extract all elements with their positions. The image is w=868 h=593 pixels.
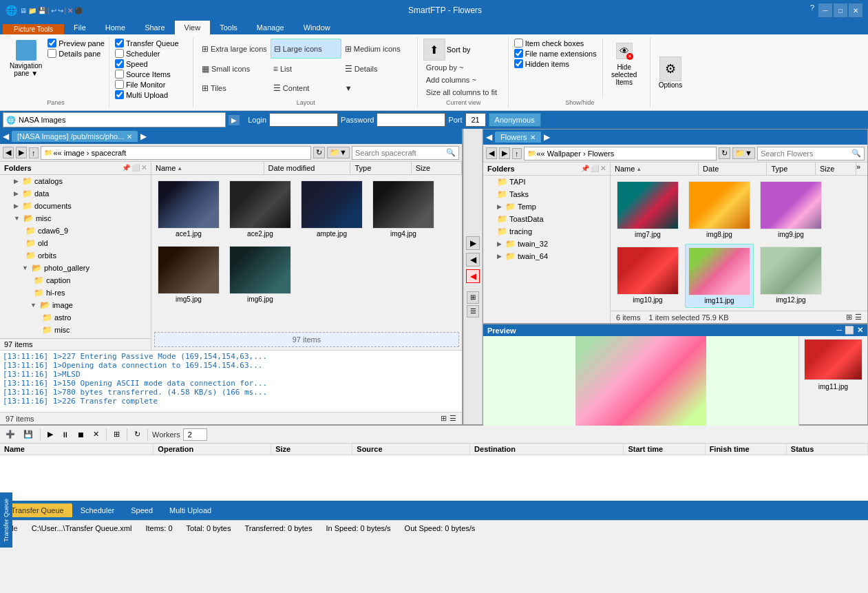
large-icons-btn[interactable]: ⊟ Large icons xyxy=(271,39,341,59)
folder-data[interactable]: ▶📁data xyxy=(0,187,151,200)
multi-upload-checkbox[interactable]: Multi Upload xyxy=(115,90,189,99)
tq-col-start[interactable]: Start time xyxy=(624,444,705,455)
folder-orbits[interactable]: 📁orbits xyxy=(0,249,151,262)
scheduler-checkbox[interactable]: Scheduler xyxy=(115,49,189,58)
file-img9[interactable]: img9.jpg xyxy=(756,178,825,241)
rfolder-twain32[interactable]: ▶📁twain_32 xyxy=(483,238,610,250)
tab-home[interactable]: Home xyxy=(96,21,135,34)
folder-documents[interactable]: ▶📁documents xyxy=(0,200,151,212)
side-btn2[interactable]: ☰ xyxy=(467,305,479,318)
rfolder-tasks[interactable]: 📁Tasks xyxy=(483,188,610,200)
list-btn[interactable]: ≡ List xyxy=(271,59,341,78)
details-pane-checkbox[interactable]: Details pane xyxy=(47,49,105,58)
left-search-box[interactable]: 🔍 xyxy=(352,146,459,160)
file-name-extensions-checkbox[interactable]: File name extensions xyxy=(514,49,597,58)
right-view-icon1[interactable]: ⊞ xyxy=(846,313,852,322)
file-img4[interactable]: img4.jpg xyxy=(369,178,438,240)
file-monitor-checkbox[interactable]: File Monitor xyxy=(115,80,189,89)
right-next-tab-btn[interactable]: ▶ xyxy=(544,132,550,142)
folder-image[interactable]: ▼📂image xyxy=(0,299,151,311)
sort-by-btn[interactable]: Sort by xyxy=(447,45,471,54)
layout-dropdown-btn[interactable]: ▼ xyxy=(342,79,413,98)
folders-pin-icon[interactable]: 📌 xyxy=(122,164,130,172)
left-refresh-btn[interactable]: ↻ xyxy=(313,147,325,158)
left-tab-close[interactable]: ✕ xyxy=(127,133,132,141)
right-folders-pin[interactable]: 📌 xyxy=(581,165,589,173)
left-col-size[interactable]: Size xyxy=(412,162,462,174)
login-input[interactable] xyxy=(269,113,338,127)
tq-stop-btn[interactable]: ⏹ xyxy=(74,430,87,439)
right-col-date[interactable]: Date xyxy=(699,163,767,175)
left-view-icon1[interactable]: ⊞ xyxy=(441,414,447,423)
toolbar-icon2[interactable]: 📁 xyxy=(28,7,36,14)
tq-play-btn[interactable]: ▶ xyxy=(45,429,56,439)
tq-delete-btn[interactable]: ✕ xyxy=(90,429,102,439)
right-refresh-btn[interactable]: ↻ xyxy=(719,147,730,159)
address-field[interactable] xyxy=(19,116,222,124)
tq-add-btn[interactable]: ➕ xyxy=(3,429,18,439)
left-col-type[interactable]: Type xyxy=(350,162,411,174)
preview-minimize-icon[interactable]: ─ xyxy=(836,326,842,335)
group-by-btn[interactable]: Group by ~ xyxy=(423,62,504,73)
bottom-tab-speed[interactable]: Speed xyxy=(123,503,161,517)
left-col-name[interactable]: Name ▲ xyxy=(151,162,264,174)
right-col-size[interactable]: Size xyxy=(816,163,856,175)
file-img11[interactable]: img11.jpg xyxy=(685,244,754,308)
tq-pause-btn[interactable]: ⏸ xyxy=(59,430,72,439)
tab-window[interactable]: Window xyxy=(294,21,340,34)
left-forward-btn[interactable]: ▶ xyxy=(16,147,27,158)
left-view-icon2[interactable]: ☰ xyxy=(449,414,456,423)
toolbar-icon[interactable]: 🖥 xyxy=(20,7,27,14)
undo-icon[interactable]: ↩ xyxy=(51,7,56,14)
tq-col-status[interactable]: Status xyxy=(787,444,868,455)
left-panel-tab[interactable]: [NASA Images] /pub/misc/pho... ✕ xyxy=(12,131,138,142)
folder-caption[interactable]: 📁caption xyxy=(0,274,151,287)
file-img12[interactable]: img12.jpg xyxy=(756,244,825,308)
item-checkboxes-checkbox[interactable]: Item check boxes xyxy=(514,39,597,48)
right-back-btn[interactable]: ◀ xyxy=(486,147,497,159)
tq-save-btn[interactable]: 💾 xyxy=(21,429,36,439)
tq-col-destination[interactable]: Destination xyxy=(470,444,624,455)
password-input[interactable] xyxy=(377,113,445,127)
workers-input[interactable] xyxy=(183,428,207,441)
stop-icon[interactable]: ✕ xyxy=(67,7,73,14)
hidden-items-checkbox[interactable]: Hidden items xyxy=(514,59,597,68)
right-folder-btn[interactable]: 📁▼ xyxy=(732,147,755,159)
port-input[interactable] xyxy=(465,113,486,127)
address-input-area[interactable]: 🌐 xyxy=(3,112,226,127)
file-ampte[interactable]: ampte.jpg xyxy=(297,178,366,240)
right-col-name[interactable]: Name ▲ xyxy=(611,163,699,175)
rfolder-tracing[interactable]: 📁tracing xyxy=(483,225,610,238)
left-up-btn[interactable]: ↑ xyxy=(29,147,39,158)
left-search-input[interactable] xyxy=(355,149,445,157)
folders-close-icon[interactable]: ✕ xyxy=(141,164,147,172)
redo-icon[interactable]: ↪ xyxy=(58,7,63,14)
file-img5[interactable]: img5.jpg xyxy=(154,243,223,306)
medium-icons-btn[interactable]: ⊞ Medium icons xyxy=(342,39,413,59)
speed-checkbox[interactable]: Speed xyxy=(115,59,189,68)
left-col-date[interactable]: Date modified xyxy=(264,162,351,174)
minimize-button[interactable]: ─ xyxy=(818,3,832,17)
left-next-tab-btn[interactable]: ▶ xyxy=(140,132,147,141)
flowers-tab-close[interactable]: ✕ xyxy=(530,134,536,141)
left-prev-tab-btn[interactable]: ◀ xyxy=(3,132,9,141)
anonymous-button[interactable]: Anonymous xyxy=(489,113,541,127)
source-items-checkbox[interactable]: Source Items xyxy=(115,70,189,79)
tq-refresh-btn[interactable]: ↻ xyxy=(131,429,143,439)
file-img7[interactable]: img7.jpg xyxy=(613,178,682,241)
preview-thumb-img10[interactable] xyxy=(804,339,862,380)
content-btn[interactable]: ☰ Content xyxy=(271,79,341,98)
rfolder-twain64[interactable]: ▶📁twain_64 xyxy=(483,250,610,262)
preview-close-icon[interactable]: ✕ xyxy=(857,326,863,335)
file-img6[interactable]: img6.jpg xyxy=(226,243,295,306)
rfolder-toastdata[interactable]: 📁ToastData xyxy=(483,213,610,225)
file-ace1[interactable]: ace1.jpg xyxy=(154,178,223,240)
tq-col-name[interactable]: Name xyxy=(0,444,154,455)
tq-queue-btn[interactable]: ⊞ xyxy=(111,429,123,439)
folder-old[interactable]: 📁old xyxy=(0,237,151,249)
options-button[interactable]: ⚙ Options xyxy=(659,56,682,89)
folder-misc[interactable]: ▼📂misc xyxy=(0,212,151,225)
size-all-columns-btn[interactable]: Size all columns to fit xyxy=(423,87,504,98)
right-prev-tab-btn[interactable]: ◀ xyxy=(486,132,492,142)
right-col-type[interactable]: Type xyxy=(767,163,816,175)
